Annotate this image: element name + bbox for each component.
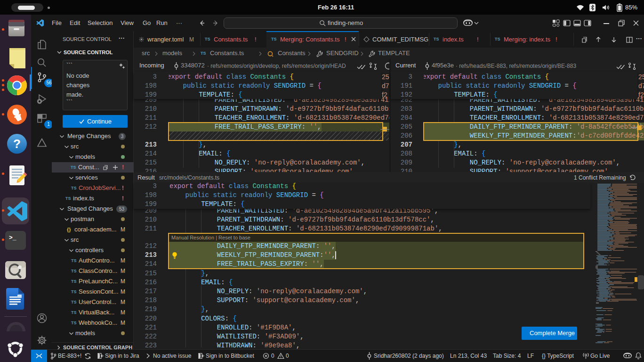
svg-text:>_: >_ — [9, 234, 16, 241]
svg-text:?: ? — [13, 137, 21, 151]
